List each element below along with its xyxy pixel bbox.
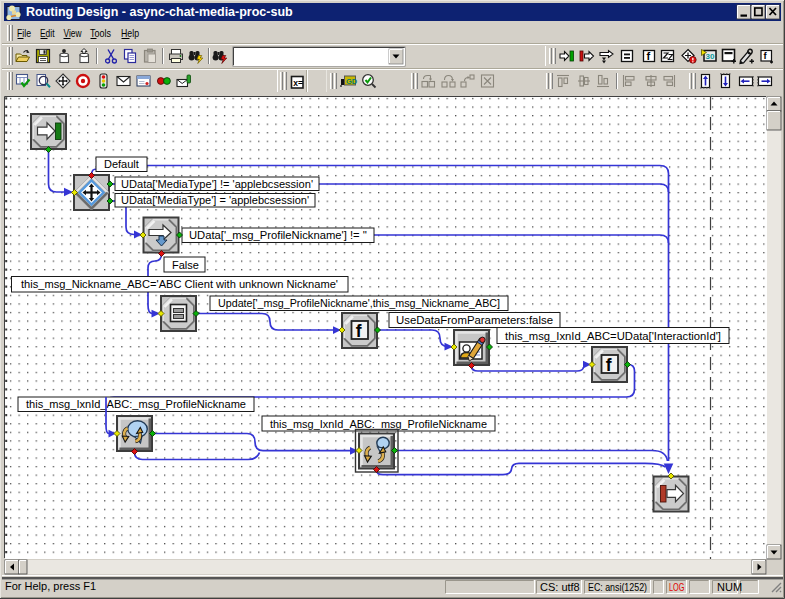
svg-text:30: 30 [706, 52, 715, 61]
svg-text:this_msg_IxnId_ABC:_msg_Profil: this_msg_IxnId_ABC:_msg_ProfileNickname [26, 398, 246, 410]
svg-text:Update['_msg_ProfileNickname',: Update['_msg_ProfileNickname',this_msg_N… [218, 297, 500, 309]
svg-text:For Help, press F1: For Help, press F1 [5, 580, 96, 592]
svg-text:View: View [64, 27, 82, 39]
svg-text:Edit: Edit [40, 27, 55, 39]
svg-text:Help: Help [121, 27, 139, 39]
svg-text:GD: GD [346, 77, 358, 86]
svg-text:NUM: NUM [717, 581, 742, 593]
svg-text:this_msg_IxnId_ABC=UData['Inte: this_msg_IxnId_ABC=UData['InteractionId'… [505, 330, 721, 342]
svg-text:File: File [17, 27, 31, 39]
svg-text:False: False [172, 259, 199, 271]
svg-text:f: f [647, 50, 651, 62]
svg-text:Default: Default [104, 158, 139, 170]
svg-text:Routing Design - async-chat-me: Routing Design - async-chat-media-proc-s… [26, 5, 293, 19]
svg-text:UData['MediaType'] != 'applebc: UData['MediaType'] != 'applebcsession' [121, 178, 313, 190]
svg-text:Tools: Tools [90, 27, 111, 39]
svg-text:x=: x= [293, 78, 303, 88]
svg-text:f: f [356, 321, 362, 341]
svg-text:UData['_msg_ProfileNickname']: UData['_msg_ProfileNickname'] != '' [189, 229, 367, 241]
svg-text:EC: ansi(1252): EC: ansi(1252) [588, 581, 647, 593]
svg-text:f: f [606, 355, 612, 375]
svg-text:this_msg_Nickname_ABC='ABC Cli: this_msg_Nickname_ABC='ABC Client with u… [21, 278, 338, 290]
svg-text:CS: utf8: CS: utf8 [540, 581, 580, 593]
svg-text:UseDataFromParameters:false: UseDataFromParameters:false [396, 314, 553, 326]
svg-text:this_msg_IxnId_ABC:_msg_Profil: this_msg_IxnId_ABC:_msg_ProfileNickname [270, 418, 487, 430]
svg-text:UData['MediaType'] = 'applebcs: UData['MediaType'] = 'applebcsession' [121, 194, 309, 206]
svg-text:LOG: LOG [669, 581, 685, 593]
